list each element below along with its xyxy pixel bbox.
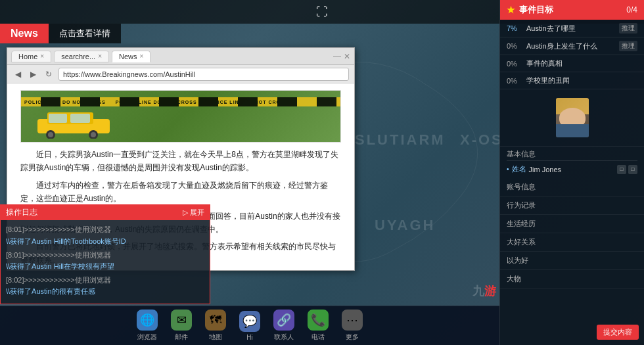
watermark: 九游 xyxy=(472,283,496,299)
basic-info-title: 基本信息 xyxy=(507,149,637,161)
impression-section[interactable]: 以为好 xyxy=(500,252,644,270)
browser-icon: 🌐 xyxy=(137,310,158,331)
tab-close-news[interactable]: × xyxy=(140,53,144,60)
log-entry-1: [8:01]>>>>>>>>>>>>使用浏览器 \\获得了Austin Hill… xyxy=(6,224,204,247)
submit-button[interactable]: 提交内容 xyxy=(597,325,639,340)
taskbar-contacts[interactable]: 🔗 联系人 xyxy=(273,310,294,342)
more-label: 更多 xyxy=(346,333,359,342)
news-subtitle[interactable]: 点击查看详情 xyxy=(49,24,121,43)
svg-point-3 xyxy=(48,132,53,137)
obj-pct-4: 0% xyxy=(507,77,522,85)
objectives-header: ★ 事件目标 0/4 xyxy=(500,0,644,20)
basic-info-section: 基本信息 • 姓名 Jim Jones □ □ xyxy=(500,147,644,178)
svg-point-5 xyxy=(91,132,96,137)
log-header: 操作日志 ▷ 展开 xyxy=(1,205,210,220)
taskbar-mail[interactable]: ✉ 邮件 xyxy=(171,310,192,342)
news-tab: News 点击查看详情 xyxy=(0,24,121,43)
obj-pct-3: 0% xyxy=(507,60,522,68)
expand-icon[interactable]: ⛶ xyxy=(316,5,328,19)
obj-btn-1[interactable]: 推理 xyxy=(619,23,637,34)
obj-btn-2[interactable]: 推理 xyxy=(619,41,637,51)
forward-button[interactable]: ▶ xyxy=(28,68,39,80)
svg-rect-6 xyxy=(49,114,67,123)
browser-tab-search[interactable]: searchre... × xyxy=(54,51,109,62)
name-actions: □ □ xyxy=(617,165,637,174)
name-bullet: • xyxy=(507,166,509,173)
tab-close-home[interactable]: × xyxy=(40,53,44,60)
log-content: [8:01]>>>>>>>>>>>>使用浏览器 \\获得了Austin Hill… xyxy=(1,220,210,304)
contacts-label: 联系人 xyxy=(274,333,294,342)
objective-item-3[interactable]: 0% 事件的真相 xyxy=(500,55,644,72)
more-icon: ⋯ xyxy=(342,310,363,331)
article-paragraph-2: 通过对车内的检查，警方在后备箱发现了大量血迹及燃烧后留下的痕迹，经过警方鉴定，这… xyxy=(20,179,341,206)
reload-button[interactable]: ↻ xyxy=(43,68,55,80)
svg-rect-7 xyxy=(70,114,90,123)
address-bar[interactable]: https://www.Breakingnews.com/AustinHill xyxy=(58,68,349,81)
article-paragraph-1: 近日，失踪男孩Austin一直受到广泛关注，就在今天早上8点，警方在莫里湖畔发现… xyxy=(20,148,341,175)
obj-pct-1: 7% xyxy=(507,24,522,32)
browser-titlebar: Home × searchre... × News × — ✕ xyxy=(7,48,354,65)
operation-log: 操作日志 ▷ 展开 [8:01]>>>>>>>>>>>>使用浏览器 \\获得了A… xyxy=(0,204,210,304)
life-history-section[interactable]: 生活经历 xyxy=(500,215,644,233)
objectives-count: 0/4 xyxy=(626,5,637,14)
back-button[interactable]: ◀ xyxy=(12,68,24,80)
taskbar-phone[interactable]: 📞 电话 xyxy=(308,310,329,342)
phone-label: 电话 xyxy=(311,333,325,342)
name-label: 姓名 xyxy=(512,164,526,174)
browser-tab-news[interactable]: News × xyxy=(112,51,150,62)
name-field: • 姓名 Jim Jones □ □ xyxy=(507,163,637,175)
objective-item-4[interactable]: 0% 学校里的丑闻 xyxy=(500,72,644,89)
tab-close-search[interactable]: × xyxy=(98,53,102,60)
account-info-section[interactable]: 账号信息 xyxy=(500,178,644,196)
char-clothes xyxy=(556,124,589,137)
name-action-2[interactable]: □ xyxy=(628,165,637,174)
star-icon: ★ xyxy=(507,5,515,15)
mail-icon: ✉ xyxy=(171,310,192,331)
browser-tab-home[interactable]: Home × xyxy=(11,51,51,62)
map-label: 地图 xyxy=(209,333,222,342)
contacts-icon: 🔗 xyxy=(273,310,294,331)
map-icon: 🗺 xyxy=(205,310,226,331)
behavior-record-section[interactable]: 行为记录 xyxy=(500,196,644,215)
obj-text-1: Austin去了哪里 xyxy=(526,24,615,34)
browser-label: 浏览器 xyxy=(137,333,157,342)
objectives-title: ★ 事件目标 xyxy=(507,4,553,16)
character-photo-area xyxy=(500,89,644,147)
chat-label: Hi xyxy=(246,334,252,341)
log-title: 操作日志 xyxy=(6,207,37,218)
mail-label: 邮件 xyxy=(175,333,188,342)
log-entry-2: [8:01]>>>>>>>>>>>>使用浏览器 \\获得了Austin Hill… xyxy=(6,250,204,273)
browser-window-controls: — ✕ xyxy=(333,52,350,61)
obj-text-2: Austin身上发生了什么 xyxy=(526,41,615,51)
char-name: Jim Jones xyxy=(529,166,562,173)
taskbar-browser[interactable]: 🌐 浏览器 xyxy=(137,310,158,342)
objective-item-1[interactable]: 7% Austin去了哪里 推理 xyxy=(500,20,644,37)
taskbar-map[interactable]: 🗺 地图 xyxy=(205,310,226,342)
right-panel: ★ 事件目标 0/4 7% Austin去了哪里 推理 0% Austin身上发… xyxy=(499,0,644,345)
relations-section[interactable]: 大好关系 xyxy=(500,233,644,252)
browser-controls: ◀ ▶ ↻ https://www.Breakingnews.com/Austi… xyxy=(7,65,354,83)
news-label[interactable]: News xyxy=(0,24,49,43)
close-icon[interactable]: ✕ xyxy=(344,52,350,61)
minimize-icon[interactable]: — xyxy=(333,52,341,61)
obj-text-3: 事件的真相 xyxy=(526,58,637,68)
photo-section[interactable]: 大物 xyxy=(500,270,644,288)
character-portrait xyxy=(556,98,589,137)
news-article-image: POLICE LINE DO NOT CROSS POLICE LINE DO … xyxy=(20,90,341,143)
obj-text-4: 学校里的丑闻 xyxy=(526,76,637,85)
taskbar-hi[interactable]: 💬 Hi xyxy=(239,311,260,341)
police-tape: POLICE LINE DO NOT CROSS POLICE LINE DO … xyxy=(21,97,340,106)
log-entry-3: [8:02]>>>>>>>>>>>>使用浏览器 \\获得了Austin的很有责任… xyxy=(6,275,204,298)
log-expand-btn[interactable]: ▷ 展开 xyxy=(183,208,204,218)
obj-pct-2: 0% xyxy=(507,42,522,50)
taskbar: 🌐 浏览器 ✉ 邮件 🗺 地图 💬 Hi 🔗 联系人 📞 电话 ⋯ 更多 xyxy=(0,306,499,345)
name-action-1[interactable]: □ xyxy=(617,165,626,174)
chat-icon: 💬 xyxy=(239,311,260,332)
objective-item-2[interactable]: 0% Austin身上发生了什么 推理 xyxy=(500,37,644,55)
taskbar-more[interactable]: ⋯ 更多 xyxy=(342,310,363,342)
phone-icon: 📞 xyxy=(308,310,329,331)
